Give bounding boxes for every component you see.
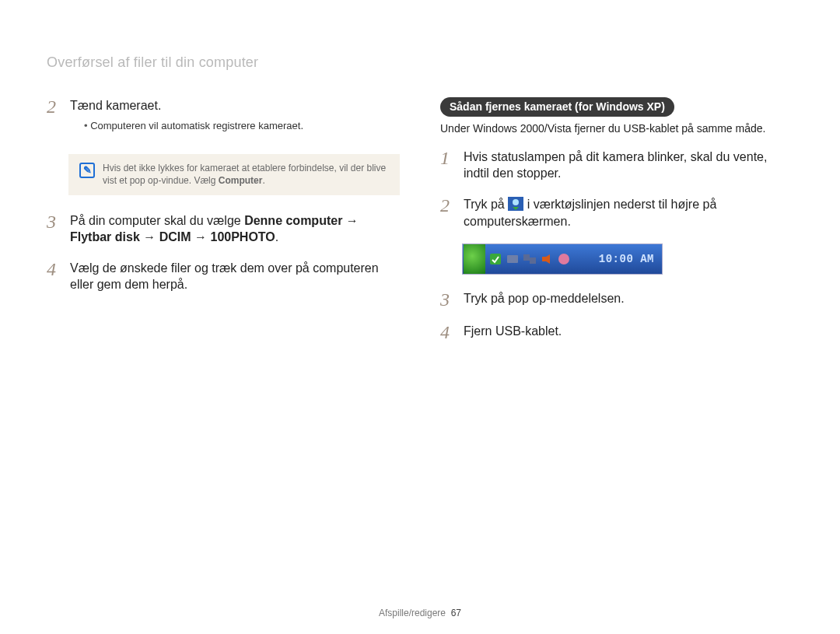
left-step-4: 4 Vælg de ønskede filer og træk dem over…: [47, 260, 400, 293]
step-body: Vælg de ønskede filer og træk dem over p…: [70, 260, 400, 293]
txt: .: [275, 230, 278, 243]
right-column: Sådan fjernes kameraet (for Windows XP) …: [440, 97, 793, 356]
left-column: 2 Tænd kameraet. Computeren vil automati…: [47, 97, 400, 356]
tray-icon: [523, 252, 537, 266]
step-bullet: Computeren vil automatisk registrere kam…: [84, 119, 400, 133]
step-number: 4: [440, 323, 456, 342]
arrow: →: [140, 230, 159, 243]
left-step-2: 2 Tænd kameraet. Computeren vil automati…: [47, 97, 400, 140]
note-text: Hvis det ikke lykkes for kameraet at eta…: [103, 162, 389, 187]
svg-rect-5: [530, 257, 536, 264]
note-text-b: .: [262, 175, 264, 186]
step-number: 4: [47, 260, 62, 293]
tray-icon: [506, 252, 520, 266]
svg-rect-2: [490, 254, 501, 264]
note-box: ✎ Hvis det ikke lykkes for kameraet at e…: [68, 154, 400, 194]
right-step-1: 1 Hvis statuslampen på dit kamera blinke…: [440, 149, 793, 182]
path-part: Flytbar disk: [70, 230, 140, 243]
step-body: Tryk på i værktøjslinjen nederst til høj…: [464, 196, 793, 229]
arrow: →: [191, 230, 211, 243]
step-body: På din computer skal du vælge Denne comp…: [70, 212, 400, 246]
txt: På din computer skal du vælge: [70, 214, 244, 227]
content-columns: 2 Tænd kameraet. Computeren vil automati…: [47, 97, 793, 356]
step-number: 2: [440, 196, 456, 229]
path-part: Denne computer: [244, 214, 342, 227]
page-number: 67: [451, 608, 461, 618]
note-text-bold: Computer: [219, 175, 263, 186]
step-text: Tænd kameraet.: [70, 97, 400, 114]
step-number: 3: [440, 290, 456, 309]
step-body: Fjern USB-kablet.: [464, 323, 793, 342]
tray-icon: [557, 252, 571, 266]
svg-point-1: [513, 199, 519, 205]
step-body: Tryk på pop op-meddelelsen.: [464, 290, 793, 309]
path-part: 100PHOTO: [210, 230, 275, 243]
svg-rect-4: [523, 254, 530, 261]
right-step-4: 4 Fjern USB-kablet.: [440, 323, 793, 342]
page-title: Overførsel af filer til din computer: [47, 54, 793, 71]
svg-rect-3: [507, 255, 518, 263]
txt: Tryk på: [464, 198, 508, 211]
svg-rect-7: [558, 254, 569, 264]
safely-remove-hardware-icon: [488, 252, 502, 266]
start-button-icon: [464, 244, 485, 274]
arrow: →: [342, 214, 358, 227]
step-body: Tænd kameraet. Computeren vil automatisk…: [70, 97, 400, 140]
step-body: Hvis statuslampen på dit kamera blinker,…: [464, 149, 793, 182]
svg-rect-6: [542, 257, 546, 261]
section-pill: Sådan fjernes kameraet (for Windows XP): [440, 97, 674, 117]
step-number: 1: [440, 149, 456, 182]
path-part: DCIM: [159, 230, 191, 243]
left-step-3: 3 På din computer skal du vælge Denne co…: [47, 212, 400, 246]
right-step-2: 2 Tryk på i værktøjslinjen nederst til h…: [440, 196, 793, 229]
step-number: 3: [47, 212, 62, 246]
windows-xp-taskbar-image: 10:00 AM: [462, 243, 663, 275]
system-tray: [485, 252, 594, 266]
section-subtitle: Under Windows 2000/Vista fjerner du USB-…: [440, 121, 793, 136]
taskbar-clock: 10:00 AM: [594, 253, 662, 265]
note-icon: ✎: [79, 163, 95, 178]
manual-page: Overførsel af filer til din computer 2 T…: [0, 0, 840, 634]
right-step-3: 3 Tryk på pop op-meddelelsen.: [440, 290, 793, 309]
footer-section: Afspille/redigere: [379, 608, 446, 618]
page-footer: Afspille/redigere 67: [0, 608, 840, 618]
safely-remove-hardware-icon: [508, 197, 523, 211]
step-number: 2: [47, 97, 62, 140]
volume-icon: [540, 252, 554, 266]
